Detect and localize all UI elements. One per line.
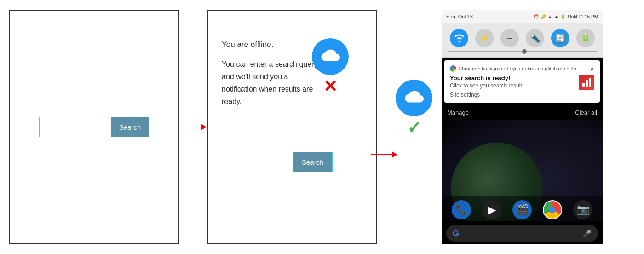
manage-bar: Manage Clear all <box>442 105 603 120</box>
quick-icons-row: ⚡ − 🔦 🔄 🔋 <box>446 29 598 47</box>
quick-flashlight-icon[interactable]: 🔦 <box>526 29 544 47</box>
notification-header-left: Chrome • background-sync-optimized.glitc… <box>450 65 578 72</box>
arrow-1-line <box>180 127 201 127</box>
notification-collapse-icon[interactable]: ∧ <box>590 65 594 72</box>
dnd-symbol: − <box>507 33 512 44</box>
main-container: Search ✕ You are offline. <box>0 0 644 254</box>
arrow-2-head <box>392 151 397 158</box>
quick-wifi-icon[interactable] <box>450 29 468 47</box>
x-mark-icon: ✕ <box>323 77 337 96</box>
quick-dnd-icon[interactable]: − <box>500 29 519 47</box>
panel1-content: Search <box>10 11 178 243</box>
panel2-content: ✕ You are offline. You can enter a searc… <box>208 11 376 243</box>
video-symbol: 🎬 <box>516 204 529 216</box>
dock-camera-icon[interactable]: 📷 <box>573 200 592 219</box>
dock-play-icon[interactable]: ▶ <box>482 200 501 219</box>
quick-sync-icon[interactable]: 🔄 <box>551 29 569 47</box>
arrow-2-container <box>377 151 391 158</box>
notification-body: Click to see you search result <box>450 82 579 89</box>
arrow-1 <box>180 124 207 130</box>
notif-bar-3 <box>589 78 591 87</box>
cloud-icon-success <box>396 80 432 116</box>
notification-site: background-sync-optimized.glitch.me <box>482 66 565 71</box>
chrome-center <box>549 207 556 213</box>
notification-text-col: Your search is ready! Click to see you s… <box>450 75 579 98</box>
dock-icons-row: 📞 ▶ 🎬 📷 <box>442 196 603 223</box>
notification-time: 2m <box>570 66 577 71</box>
alarm-icon: ⏰ <box>533 14 539 19</box>
panel-online: Search <box>9 10 179 244</box>
chrome-favicon-icon <box>450 65 456 72</box>
notif-bars-icon <box>582 78 591 87</box>
cloud-svg-offline <box>319 45 342 68</box>
battery-symbol: 🔋 <box>581 33 591 43</box>
quick-bluetooth-icon[interactable]: ⚡ <box>475 29 494 47</box>
offline-body: You can enter a search query and we'll s… <box>222 58 323 108</box>
phone-symbol: 📞 <box>455 204 468 216</box>
bluetooth-symbol: ⚡ <box>479 33 489 43</box>
check-mark-icon: ✓ <box>407 118 421 138</box>
signal-icon: ▲ <box>554 14 559 19</box>
manage-button[interactable]: Manage <box>447 109 469 116</box>
notification-header: Chrome • background-sync-optimized.glitc… <box>450 65 594 72</box>
notification-app-name: Chrome <box>458 66 476 71</box>
quick-settings-panel: ⚡ − 🔦 🔄 🔋 <box>442 23 603 58</box>
status-bar: Sun, Oct 13 ⏰ 🔑 ▲ ▲ 🔋 Until 11:15 PM <box>442 10 603 23</box>
search-button-offline[interactable]: Search <box>293 152 332 172</box>
notification-title: Your search is ready! <box>450 75 579 81</box>
search-bar-offline: Search <box>222 152 333 172</box>
offline-title: You are offline. <box>222 38 323 52</box>
search-input-offline[interactable] <box>222 152 293 172</box>
dock-video-icon[interactable]: 🎬 <box>512 200 532 219</box>
battery-icon: 🔋 <box>560 14 566 19</box>
chrome-ring <box>544 201 561 219</box>
status-bar-icons: ⏰ 🔑 ▲ ▲ 🔋 Until 11:15 PM <box>533 14 598 19</box>
notif-bar-1 <box>582 83 585 87</box>
cloud-icon-offline <box>312 38 349 75</box>
notification-dot2: • <box>567 66 569 71</box>
notif-bar-2 <box>586 80 588 87</box>
clear-all-button[interactable]: Clear all <box>575 109 597 116</box>
wifi-icon: ▲ <box>548 14 552 19</box>
search-bar-offline-wrapper: Search <box>222 152 333 172</box>
offline-text-area: You are offline. You can enter a search … <box>222 38 323 108</box>
search-button-online[interactable]: Search <box>111 117 150 137</box>
play-symbol: ▶ <box>488 203 496 216</box>
arrow-2 <box>371 151 397 158</box>
brightness-bar[interactable] <box>447 51 597 52</box>
google-g-logo: G <box>453 229 459 238</box>
notification-app-icon <box>579 75 594 90</box>
success-icon-area: ✓ <box>391 80 437 138</box>
arrow-1-head <box>201 124 207 130</box>
dock-phone-icon[interactable]: 📞 <box>452 200 471 219</box>
sync-symbol: 🔄 <box>555 33 565 43</box>
status-date: Sun, Oct 13 <box>446 14 473 19</box>
microphone-icon: 🎤 <box>582 229 592 238</box>
vpn-icon: 🔑 <box>540 14 546 19</box>
flashlight-symbol: 🔦 <box>530 33 540 43</box>
arrow-1-container <box>179 124 207 130</box>
bottom-dock: 📞 ▶ 🎬 📷 G 🎤 <box>442 196 603 244</box>
android-panel: Sun, Oct 13 ⏰ 🔑 ▲ ▲ 🔋 Until 11:15 PM ⚡ <box>442 10 603 244</box>
dock-chrome-icon[interactable] <box>543 200 562 219</box>
arrow-2-line <box>371 154 392 155</box>
google-search-bar[interactable]: G 🎤 <box>446 225 598 242</box>
camera-symbol: 📷 <box>577 204 589 216</box>
quick-battery-icon[interactable]: 🔋 <box>576 29 595 47</box>
offline-icon-area: ✕ <box>312 38 349 96</box>
notification-row: Your search is ready! Click to see you s… <box>450 75 594 98</box>
notification-dot: • <box>478 66 480 71</box>
cloud-svg-success <box>402 87 426 110</box>
status-until: Until 11:15 PM <box>568 14 598 19</box>
panel-offline: ✕ You are offline. You can enter a searc… <box>207 10 377 244</box>
search-input-online[interactable] <box>40 117 111 137</box>
notification-card[interactable]: Chrome • background-sync-optimized.glitc… <box>444 60 600 103</box>
site-settings-link[interactable]: Site settings <box>450 92 579 98</box>
search-bar-online: Search <box>39 117 150 137</box>
